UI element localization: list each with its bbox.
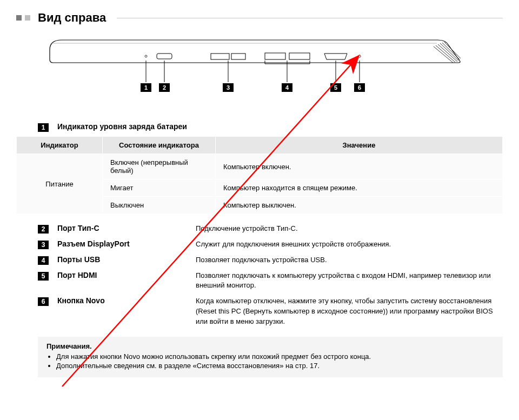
svg-rect-6 <box>289 53 310 59</box>
td-rowhead: Питание <box>17 154 103 214</box>
svg-text:2: 2 <box>163 84 166 91</box>
svg-text:1: 1 <box>144 84 148 91</box>
callout-number: 2 <box>38 225 49 234</box>
th-meaning: Значение <box>216 137 503 154</box>
laptop-side-svg: 1 2 3 4 5 6 <box>49 36 470 106</box>
td-meaning: Компьютер выключен. <box>216 197 503 214</box>
notes-box: Примечания. Для нажатия кнопки Novo можн… <box>38 337 503 377</box>
section-heading: Вид справа <box>16 11 503 25</box>
callout-number: 1 <box>38 123 49 132</box>
notes-title: Примечания. <box>46 342 494 350</box>
bullet-square-icon <box>16 15 22 21</box>
item-desc: Подключение устройств Тип-C. <box>196 224 503 234</box>
laptop-side-diagram: 1 2 3 4 5 6 <box>49 36 470 106</box>
item-1-block: 1 Индикатор уровня заряда батареи <box>38 122 503 132</box>
list-item: 3 Разъем DisplayPort Служит для подключе… <box>38 239 503 250</box>
indicator-table: Индикатор Состояние индикатора Значение … <box>16 136 503 214</box>
svg-text:5: 5 <box>334 84 337 91</box>
list-item: 6 Кнопка Novo Когда компьютер отключен, … <box>38 296 503 327</box>
svg-text:6: 6 <box>358 84 361 91</box>
list-item: 4 Порты USB Позволяет подключать устройс… <box>38 255 503 265</box>
svg-rect-2 <box>157 54 172 59</box>
svg-text:3: 3 <box>227 84 230 91</box>
notes-line: Дополнительные сведения см. в разделе «С… <box>56 362 494 370</box>
notes-line: Для нажатия кнопки Novo можно использова… <box>56 352 494 361</box>
item-label: Порты USB <box>57 255 187 264</box>
svg-text:4: 4 <box>285 84 289 91</box>
item-1-label: Индикатор уровня заряда батареи <box>57 122 187 131</box>
list-item: 5 Порт HDMI Позволяет подключать к компь… <box>38 271 503 291</box>
item-label: Порт HDMI <box>57 271 187 279</box>
svg-rect-3 <box>211 54 229 59</box>
td-meaning: Компьютер находится в спящем режиме. <box>216 179 503 197</box>
heading-text: Вид справа <box>38 11 106 25</box>
bullet-square-icon <box>25 15 30 21</box>
callout-number: 3 <box>38 241 49 249</box>
item-desc: Позволяет подключать к компьютеру устрой… <box>196 271 503 291</box>
item-label: Разъем DisplayPort <box>57 239 187 248</box>
item-desc: Позволяет подключать устройства USB. <box>196 255 503 265</box>
svg-rect-4 <box>231 54 245 59</box>
list-item: 2 Порт Тип-C Подключение устройств Тип-C… <box>38 224 503 234</box>
item-label: Порт Тип-C <box>57 224 187 232</box>
th-indicator: Индикатор <box>17 137 103 154</box>
item-desc: Служит для подключения внешних устройств… <box>196 239 503 250</box>
th-state: Состояние индикатора <box>103 137 216 154</box>
item-label: Кнопка Novo <box>57 296 187 305</box>
td-meaning: Компьютер включен. <box>216 154 503 179</box>
heading-rule <box>117 18 503 18</box>
callout-number: 4 <box>38 256 49 265</box>
port-list: 2 Порт Тип-C Подключение устройств Тип-C… <box>38 224 503 327</box>
td-state: Мигает <box>103 179 216 197</box>
td-state: Выключен <box>103 197 216 214</box>
callout-number: 6 <box>38 297 49 306</box>
item-desc: Когда компьютер отключен, нажмите эту кн… <box>196 296 503 327</box>
svg-rect-5 <box>265 53 285 59</box>
callout-number: 5 <box>38 272 49 281</box>
td-state: Включен (непрерывный белый) <box>103 154 216 179</box>
